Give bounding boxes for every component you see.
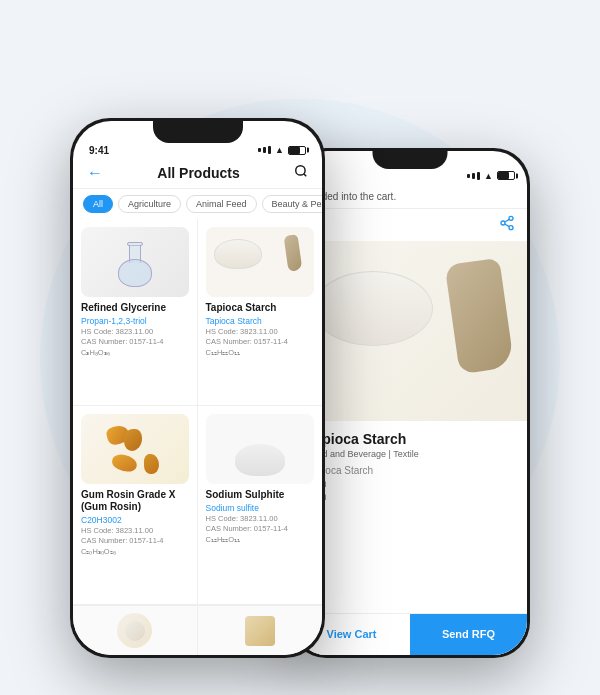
starch-root-small [284, 234, 303, 272]
phone-back: 9:41 ▲ t added into the cart. [290, 148, 530, 658]
rosin-chunk4 [144, 454, 159, 474]
added-notice: t added into the cart. [293, 185, 527, 209]
partial-img-1 [117, 613, 152, 648]
detail-label2: arch [307, 478, 513, 489]
rosin-chunk3 [111, 453, 138, 473]
partial-card-2 [198, 606, 323, 655]
product-name-sulphite: Sodium Sulphite [206, 489, 315, 501]
product-detail-image [293, 241, 527, 421]
sig-bar3 [268, 146, 271, 154]
page-title: All Products [157, 165, 239, 181]
action-bar: View Cart Send RFQ [293, 613, 527, 655]
product-card-sulphite[interactable]: Sodium Sulphite Sodium sulfite HS Code: … [198, 406, 323, 605]
wifi-icon-back: ▲ [484, 171, 493, 181]
starch-pile-detail [313, 271, 433, 346]
sig-bar2 [263, 147, 266, 153]
svg-line-6 [304, 174, 307, 177]
svg-point-0 [509, 216, 513, 220]
bar2 [472, 173, 475, 179]
tab-agriculture[interactable]: Agriculture [118, 195, 181, 213]
product-meta-rosin: HS Code: 3823.11.00CAS Number: 0157-11-4… [81, 526, 189, 558]
detail-label3: arch [307, 491, 513, 502]
flask-icon [115, 237, 155, 287]
signal-back: ▲ [467, 171, 515, 181]
partial-img-2 [245, 616, 275, 646]
svg-line-4 [505, 219, 510, 222]
product-card-glycerine[interactable]: Refined Glycerine Propan-1,2,3-triol HS … [73, 219, 198, 406]
product-info-panel: Tapioca Starch Food and Beverage | Texti… [293, 421, 527, 514]
notch-back [373, 151, 448, 169]
product-name-glycerine: Refined Glycerine [81, 302, 189, 314]
back-button[interactable]: ← [87, 164, 103, 182]
product-card-rosin[interactable]: Gum Rosin Grade X (Gum Rosin) C20H3002 H… [73, 406, 198, 605]
product-image-rosin [81, 414, 189, 484]
battery-back [497, 171, 515, 180]
partial-card-1 [73, 606, 198, 655]
small-img-circle [125, 621, 145, 641]
product-subname-sulphite: Sodium sulfite [206, 503, 315, 513]
product-image-starch [206, 227, 315, 297]
starch-pile-small [214, 239, 262, 269]
product-image-glycerine [81, 227, 189, 297]
signal-front: ▲ [258, 145, 306, 155]
product-meta-glycerine: HS Code: 3823.11.00CAS Number: 0157-11-4… [81, 327, 189, 359]
tab-all[interactable]: All [83, 195, 113, 213]
product-card-starch[interactable]: Tapioca Starch Tapioca Starch HS Code: 3… [198, 219, 323, 406]
product-meta-sulphite: HS Code: 3823.11.00CAS Number: 0157-11-4… [206, 514, 315, 546]
svg-point-1 [501, 221, 505, 225]
products-grid: Refined Glycerine Propan-1,2,3-triol HS … [73, 219, 322, 605]
battery-front [288, 146, 306, 155]
phones-container: 9:41 ▲ t added into the cart. [60, 38, 540, 658]
product-name-starch: Tapioca Starch [206, 302, 315, 314]
tab-animal-feed[interactable]: Animal Feed [186, 195, 257, 213]
product-subname-glycerine: Propan-1,2,3-triol [81, 316, 189, 326]
product-image-sulphite [206, 414, 315, 484]
phone-back-inner: 9:41 ▲ t added into the cart. [293, 151, 527, 655]
time-front: 9:41 [89, 145, 109, 156]
search-button[interactable] [294, 164, 308, 181]
share-button[interactable] [293, 209, 527, 241]
detail-product-tags: Food and Beverage | Textile [307, 449, 513, 459]
bar1 [467, 174, 470, 178]
product-subname-starch: Tapioca Starch [206, 316, 315, 326]
tab-beauty[interactable]: Beauty & Per [262, 195, 322, 213]
svg-point-2 [509, 225, 513, 229]
send-rfq-button[interactable]: Send RFQ [410, 614, 527, 655]
product-subname-rosin: C20H3002 [81, 515, 189, 525]
detail-product-name: Tapioca Starch [307, 431, 513, 447]
product-name-rosin: Gum Rosin Grade X (Gum Rosin) [81, 489, 189, 513]
svg-line-3 [505, 224, 510, 227]
sulphite-pile [235, 444, 285, 476]
phone-front-inner: 9:41 ▲ ← All Products [73, 121, 322, 655]
wifi-icon-front: ▲ [275, 145, 284, 155]
app-header: ← All Products [73, 160, 322, 189]
product-meta-starch: HS Code: 3823.11.00CAS Number: 0157-11-4… [206, 327, 315, 359]
notch-front [153, 121, 243, 143]
bar3 [477, 172, 480, 180]
root-detail [445, 257, 515, 374]
partial-product-row [73, 605, 322, 655]
detail-label1: Tapioca Starch [307, 465, 513, 476]
rosin-chunk2 [124, 429, 142, 451]
svg-point-5 [296, 166, 305, 175]
sig-bar1 [258, 148, 261, 152]
phone-front: 9:41 ▲ ← All Products [70, 118, 325, 658]
category-tabs: All Agriculture Animal Feed Beauty & Per [73, 189, 322, 219]
